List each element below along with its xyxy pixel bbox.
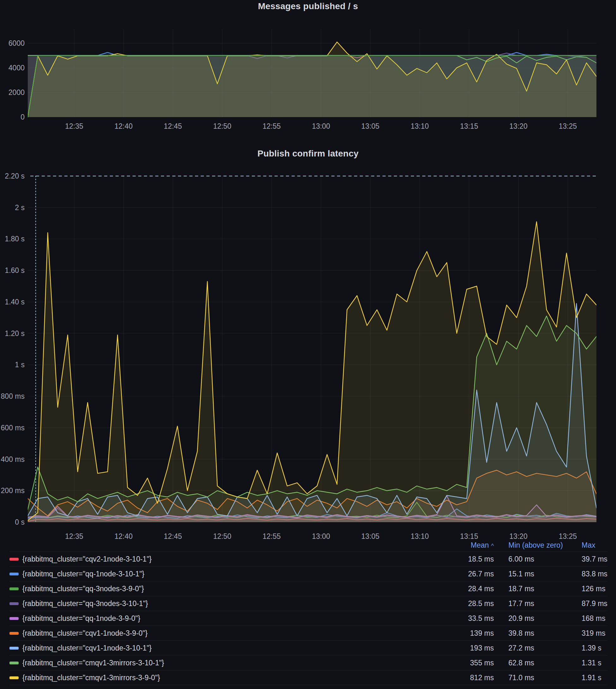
legend-mean-value: 193 ms [453,644,494,652]
legend-max-value: 83.8 ms [577,570,608,578]
legend-min-value: 20.9 ms [508,614,577,623]
x-axis-tick-label: 12:55 [258,532,286,541]
legend-header-min[interactable]: Min (above zero) [508,541,577,550]
y-axis-tick-label: 2 s [0,203,25,212]
y-axis-tick-label: 4000 [0,63,25,72]
legend-row: {rabbitmq_cluster="cqv2-1node-3-10-1"}18… [9,552,608,566]
x-axis-tick-label: 12:55 [258,122,286,131]
x-axis-tick-label: 12:40 [109,122,138,131]
y-axis-tick-label: 1.20 s [0,329,25,338]
legend-min-value: 39.8 ms [508,629,577,638]
legend-row: {rabbitmq_cluster="cqv1-1node-3-9-0"}139… [9,626,608,641]
sort-asc-icon: ^ [491,542,494,549]
x-axis-tick-label: 12:40 [109,532,138,541]
y-axis-tick-label: 2000 [0,88,25,97]
y-axis-tick-label: 600 ms [0,423,25,432]
legend-series-label[interactable]: {rabbitmq_cluster="cmqv1-3mirrors-3-9-0"… [22,673,160,682]
y-axis-tick-label: 0 s [0,518,25,527]
x-axis-tick-label: 12:35 [60,122,88,131]
panel-title-publish-confirm-latency[interactable]: Publish confirm latency [0,149,616,159]
y-axis-tick-label: 1.60 s [0,266,25,275]
x-axis-tick-label: 12:50 [208,122,236,131]
panel-title-messages-published[interactable]: Messages published / s [0,1,616,12]
legend-min-value: 62.8 ms [508,659,577,667]
legend-color-swatch [9,632,19,635]
legend-series-label[interactable]: {rabbitmq_cluster="cqv2-1node-3-10-1"} [22,555,152,563]
legend-min-value: 27.2 ms [508,644,577,652]
y-axis-tick-label: 6000 [0,39,25,48]
x-axis-tick-label: 13:05 [356,532,385,541]
time-series-plot[interactable] [28,175,596,523]
x-axis-tick-label: 13:00 [307,122,335,131]
legend-table: Mean^ Min (above zero) Max {rabbitmq_clu… [9,539,608,685]
legend-row: {rabbitmq_cluster="qq-3nodes-3-10-1"}28.… [9,596,608,611]
y-axis-tick-label: 800 ms [0,392,25,401]
legend-series-label[interactable]: {rabbitmq_cluster="qq-1node-3-9-0"} [22,614,140,623]
legend-max-value: 319 ms [577,629,608,638]
legend-mean-value: 28.4 ms [453,584,494,593]
y-axis-tick-label: 1.40 s [0,297,25,306]
legend-color-swatch [9,573,19,575]
legend-min-value: 15.1 ms [508,570,577,578]
x-axis-tick-label: 12:35 [60,532,88,541]
legend-series-label[interactable]: {rabbitmq_cluster="cqv1-1node-3-10-1"} [22,644,152,652]
legend-header-max[interactable]: Max [577,541,608,550]
legend-min-value: 17.7 ms [508,599,577,608]
legend-min-value: 71.0 ms [508,673,577,682]
legend-series-label[interactable]: {rabbitmq_cluster="qq-1node-3-10-1"} [22,570,145,578]
legend-mean-value: 28.5 ms [453,599,494,608]
legend-color-swatch [9,602,19,605]
legend-max-value: 87.9 ms [577,599,608,608]
legend-series-label[interactable]: {rabbitmq_cluster="qq-3nodes-3-9-0"} [22,584,144,593]
legend-max-value: 126 ms [577,584,608,593]
legend-color-swatch [9,662,19,664]
x-axis-tick-label: 13:25 [553,122,582,131]
grafana-dashboard: Messages published / s Publish confirm l… [0,0,616,689]
legend-mean-value: 26.7 ms [453,570,494,578]
legend-header-mean[interactable]: Mean^ [453,541,494,550]
legend-series-label[interactable]: {rabbitmq_cluster="cmqv1-3mirrors-3-10-1… [22,659,164,667]
legend-header-row: Mean^ Min (above zero) Max [9,539,608,552]
legend-max-value: 168 ms [577,614,608,623]
x-axis-tick-label: 13:10 [405,532,434,541]
y-axis-tick-label: 400 ms [0,455,25,464]
legend-mean-value: 18.5 ms [453,555,494,563]
legend-color-swatch [9,647,19,649]
legend-mean-value: 33.5 ms [453,614,494,623]
legend-color-swatch [9,587,19,590]
legend-row: {rabbitmq_cluster="cmqv1-3mirrors-3-10-1… [9,655,608,670]
legend-color-swatch [9,558,19,561]
x-axis-tick-label: 13:10 [405,122,434,131]
legend-row: {rabbitmq_cluster="qq-1node-3-9-0"}33.5 … [9,611,608,626]
legend-row: {rabbitmq_cluster="qq-1node-3-10-1"}26.7… [9,566,608,581]
legend-mean-value: 812 ms [453,673,494,682]
legend-mean-value: 355 ms [453,659,494,667]
y-axis-tick-label: 200 ms [0,486,25,495]
legend-min-value: 18.7 ms [508,584,577,593]
x-axis-tick-label: 13:15 [455,532,483,541]
x-axis-tick-label: 12:45 [159,122,187,131]
y-axis-tick-label: 0 [0,113,25,121]
x-axis-tick-label: 13:15 [455,122,483,131]
x-axis-tick-label: 13:00 [307,532,335,541]
legend-max-value: 39.7 ms [577,555,608,563]
x-axis-tick-label: 13:20 [504,532,533,541]
legend-max-value: 1.31 s [577,659,608,667]
legend-series-label[interactable]: {rabbitmq_cluster="qq-3nodes-3-10-1"} [22,599,148,608]
legend-color-swatch [9,676,19,679]
x-axis-tick-label: 13:20 [504,122,533,131]
x-axis-tick-label: 13:05 [356,122,385,131]
y-axis-tick-label: 2.20 s [0,172,25,180]
x-axis-tick-label: 12:50 [208,532,236,541]
legend-max-value: 1.39 s [577,644,608,652]
legend-mean-value: 139 ms [453,629,494,638]
time-series-plot[interactable] [28,29,596,118]
y-axis-tick-label: 1 s [0,360,25,369]
legend-max-value: 1.91 s [577,673,608,682]
y-axis-tick-label: 1.80 s [0,235,25,243]
legend-row: {rabbitmq_cluster="cmqv1-3mirrors-3-9-0"… [9,670,608,685]
legend-row: {rabbitmq_cluster="qq-3nodes-3-9-0"}28.4… [9,581,608,596]
series-fill-cmqv1-3mirrors-3-9-0 [28,222,596,522]
legend-row: {rabbitmq_cluster="cqv1-1node-3-10-1"}19… [9,641,608,655]
legend-series-label[interactable]: {rabbitmq_cluster="cqv1-1node-3-9-0"} [22,629,148,638]
